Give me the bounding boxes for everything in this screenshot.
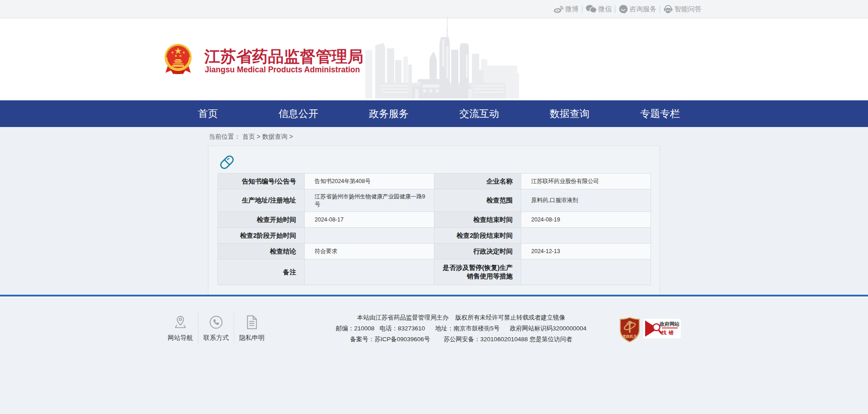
- svg-text:党政机关: 党政机关: [622, 334, 637, 339]
- svg-text:找错: 找错: [661, 330, 676, 335]
- svg-text:政府网站: 政府网站: [659, 321, 679, 327]
